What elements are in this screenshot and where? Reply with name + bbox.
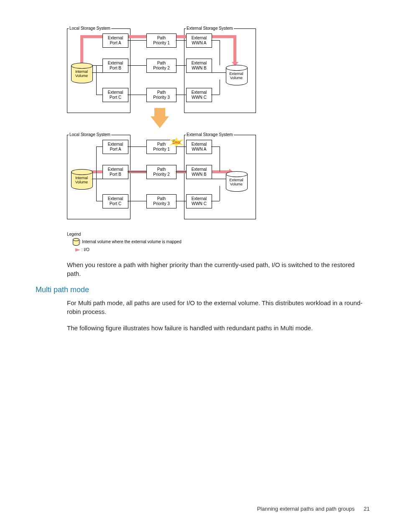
path-2-box: PathPriority 2 — [146, 59, 176, 73]
diagram-single-path-bottom: Local Storage System External Storage Sy… — [67, 131, 259, 219]
path-3-box: PathPriority 3 — [146, 88, 176, 102]
legend-item-1: : Internal volume where the external vol… — [80, 239, 182, 244]
paragraph-multi-2: The following figure illustrates how fai… — [67, 324, 370, 332]
arrow-down-icon — [151, 116, 169, 128]
paragraph-multi-1: For Multi path mode, all paths are used … — [67, 298, 370, 316]
port-c-box: ExternalPort C — [102, 88, 128, 102]
wwn-c-box: ExternalWWN C — [186, 88, 212, 102]
external-volume-label-2: ExternalVolume — [226, 178, 247, 186]
wwn-c-box-2: ExternalWWN C — [186, 194, 212, 208]
wwn-b-box-2: ExternalWWN B — [186, 165, 212, 179]
internal-volume-label-2: InternalVolume — [71, 176, 92, 184]
local-system-label: Local Storage System — [69, 26, 111, 31]
footer-page-number: 21 — [364, 506, 370, 512]
port-a-box-2: ExternalPort A — [102, 140, 128, 154]
wwn-b-box: ExternalWWN B — [186, 59, 212, 73]
port-b-box-2: ExternalPort B — [102, 165, 128, 179]
internal-volume-label: InternalVolume — [71, 69, 92, 78]
diagram-single-path-top: Local Storage System External Storage Sy… — [67, 25, 370, 219]
external-system-label-2: External Storage System — [186, 132, 234, 137]
legend: Legend : Internal volume where the exter… — [67, 232, 370, 252]
wwn-a-box-2: ExternalWWN A — [186, 140, 212, 154]
legend-arrow-icon — [75, 248, 80, 252]
external-system-label: External Storage System — [186, 26, 234, 31]
footer-text: Planning external paths and path groups — [257, 506, 354, 512]
page-footer: Planning external paths and path groups … — [257, 506, 370, 512]
port-b-box: ExternalPort B — [102, 59, 128, 73]
external-volume-label: ExternalVolume — [226, 72, 247, 80]
path-1-box-2: PathPriority 1 — [146, 140, 176, 154]
legend-item-2: : I/O — [82, 247, 90, 252]
path-2-box-2: PathPriority 2 — [146, 165, 176, 179]
local-system-label-2: Local Storage System — [69, 132, 111, 137]
paragraph-restore: When you restore a path with higher prio… — [67, 260, 370, 278]
path-1-box: PathPriority 1 — [146, 33, 176, 48]
port-c-box-2: ExternalPort C — [102, 194, 128, 208]
path-3-box-2: PathPriority 3 — [146, 194, 176, 208]
heading-multi-path: Multi path mode — [36, 285, 370, 294]
legend-title: Legend — [67, 232, 370, 236]
port-a-box: ExternalPort A — [102, 33, 128, 48]
legend-cylinder-icon — [73, 238, 79, 246]
wwn-a-box: ExternalWWN A — [186, 33, 212, 48]
